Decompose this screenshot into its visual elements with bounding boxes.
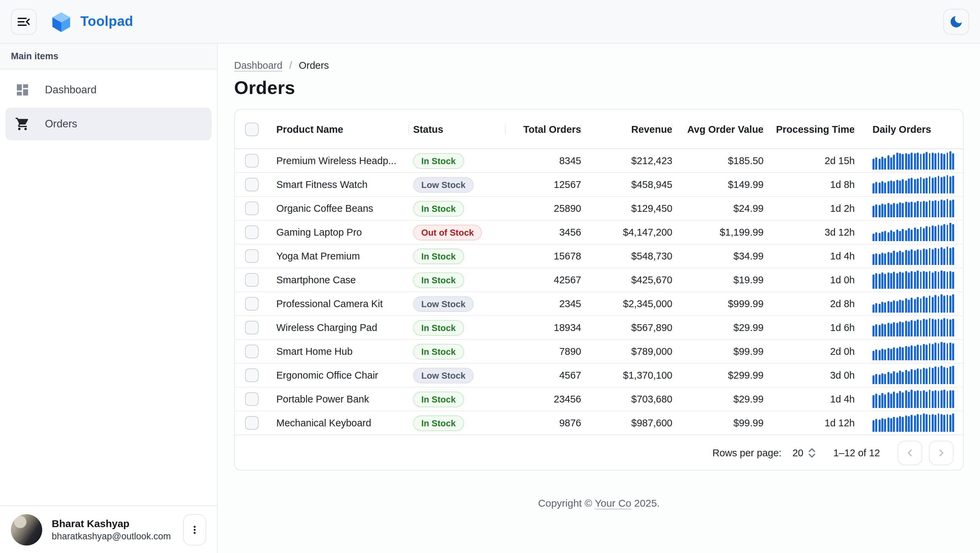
processing-time-cell: 1d 12h xyxy=(764,418,855,429)
status-badge: Low Stock xyxy=(413,367,474,383)
sidebar: Main items Dashboard Orders xyxy=(0,44,218,553)
user-menu-button[interactable] xyxy=(183,514,206,545)
previous-page-button[interactable] xyxy=(898,440,922,465)
row-checkbox[interactable] xyxy=(245,297,259,311)
column-header-product-name[interactable]: Product Name xyxy=(269,110,409,148)
revenue-cell: $1,370,100 xyxy=(581,370,672,381)
daily-orders-sparkline xyxy=(872,366,954,384)
daily-orders-sparkline xyxy=(872,270,954,289)
daily-orders-cell xyxy=(855,340,963,363)
main-content: Dashboard / Orders Orders Product Name S… xyxy=(218,44,980,553)
row-checkbox[interactable] xyxy=(245,321,259,335)
daily-orders-sparkline xyxy=(872,294,954,312)
company-link[interactable]: Your Co xyxy=(595,497,631,509)
status-badge: Low Stock xyxy=(413,296,474,312)
chevron-left-icon xyxy=(904,446,916,459)
row-checkbox-cell xyxy=(235,173,269,196)
row-checkbox[interactable] xyxy=(245,392,259,406)
table-row[interactable]: Gaming Laptop Pro Out of Stock 3456 $4,1… xyxy=(235,221,963,244)
page-title: Orders xyxy=(234,78,964,99)
status-badge: In Stock xyxy=(413,320,464,335)
total-orders-cell: 3456 xyxy=(506,227,581,238)
status-cell: Out of Stock xyxy=(409,225,506,240)
table-row[interactable]: Professional Camera Kit Low Stock 2345 $… xyxy=(235,292,963,316)
select-updown-icon xyxy=(809,448,816,457)
column-header-processing-time[interactable]: Processing Time xyxy=(764,110,855,148)
table-row[interactable]: Smart Fitness Watch Low Stock 12567 $458… xyxy=(235,173,963,197)
table-row[interactable]: Smart Home Hub In Stock 7890 $789,000 $9… xyxy=(235,340,963,364)
select-all-checkbox[interactable] xyxy=(245,122,259,136)
row-checkbox[interactable] xyxy=(245,273,259,287)
cart-icon xyxy=(15,116,30,131)
table-row[interactable]: Organic Coffee Beans In Stock 25890 $129… xyxy=(235,197,963,221)
row-checkbox[interactable] xyxy=(245,225,259,239)
row-checkbox-cell xyxy=(235,221,269,244)
column-header-daily-orders[interactable]: Daily Orders xyxy=(855,110,963,148)
total-orders-cell: 18934 xyxy=(506,322,581,333)
daily-orders-cell xyxy=(855,268,963,292)
sidebar-item-dashboard[interactable]: Dashboard xyxy=(5,73,212,106)
brand[interactable]: Toolpad xyxy=(50,11,133,32)
sidebar-item-label: Dashboard xyxy=(45,84,97,96)
breadcrumb-link-dashboard[interactable]: Dashboard xyxy=(234,60,282,71)
chevron-right-icon xyxy=(935,446,947,459)
status-badge: In Stock xyxy=(413,344,464,359)
row-checkbox[interactable] xyxy=(245,202,259,215)
sidebar-collapse-button[interactable] xyxy=(11,8,37,34)
row-checkbox[interactable] xyxy=(245,178,259,191)
row-checkbox[interactable] xyxy=(245,416,259,430)
processing-time-cell: 1d 4h xyxy=(764,394,855,405)
kebab-icon xyxy=(189,523,201,535)
daily-orders-sparkline xyxy=(872,223,954,241)
daily-orders-sparkline xyxy=(872,199,954,217)
product-name-cell: Wireless Charging Pad xyxy=(269,322,409,333)
avg-order-value-cell: $29.99 xyxy=(672,394,764,405)
user-avatar xyxy=(11,514,42,545)
total-orders-cell: 25890 xyxy=(506,203,581,214)
daily-orders-cell xyxy=(855,244,963,268)
user-account-section: Bharat Kashyap bharatkashyap@outlook.com xyxy=(0,505,217,553)
total-orders-cell: 9876 xyxy=(506,418,581,429)
table-row[interactable]: Yoga Mat Premium In Stock 15678 $548,730… xyxy=(235,244,963,268)
row-checkbox[interactable] xyxy=(245,249,259,263)
product-name-cell: Professional Camera Kit xyxy=(269,298,409,309)
table-header-row: Product Name Status Total Orders Revenue… xyxy=(235,110,963,149)
revenue-cell: $987,600 xyxy=(581,418,672,429)
row-checkbox[interactable] xyxy=(245,154,259,167)
avg-order-value-cell: $19.99 xyxy=(672,274,764,285)
app-title: Toolpad xyxy=(80,14,133,29)
revenue-cell: $458,945 xyxy=(581,179,672,190)
daily-orders-sparkline xyxy=(872,247,954,265)
table-row[interactable]: Mechanical Keyboard In Stock 9876 $987,6… xyxy=(235,411,963,435)
row-checkbox[interactable] xyxy=(245,344,259,358)
table-row[interactable]: Smartphone Case In Stock 42567 $425,670 … xyxy=(235,268,963,292)
status-cell: In Stock xyxy=(409,391,506,407)
row-checkbox[interactable] xyxy=(245,368,259,382)
avg-order-value-cell: $999.99 xyxy=(672,298,764,309)
next-page-button[interactable] xyxy=(929,440,953,465)
avg-order-value-cell: $29.99 xyxy=(672,322,764,333)
rows-per-page-value: 20 xyxy=(792,447,803,458)
processing-time-cell: 1d 2h xyxy=(764,203,855,214)
daily-orders-cell xyxy=(855,292,963,315)
avg-order-value-cell: $1,199.99 xyxy=(672,227,764,238)
column-header-avg-order-value[interactable]: Avg Order Value xyxy=(672,110,764,148)
column-header-total-orders[interactable]: Total Orders xyxy=(506,110,581,148)
daily-orders-cell xyxy=(855,173,963,196)
sidebar-item-orders[interactable]: Orders xyxy=(5,108,212,140)
table-header-checkbox-cell xyxy=(235,110,269,148)
column-header-status[interactable]: Status xyxy=(409,110,506,148)
total-orders-cell: 42567 xyxy=(506,274,581,285)
revenue-cell: $212,423 xyxy=(581,155,672,166)
table-row[interactable]: Ergonomic Office Chair Low Stock 4567 $1… xyxy=(235,364,963,387)
orders-table: Product Name Status Total Orders Revenue… xyxy=(234,109,964,470)
theme-toggle-button[interactable] xyxy=(943,8,969,34)
status-cell: In Stock xyxy=(409,344,506,359)
table-row[interactable]: Premium Wireless Headp... In Stock 8345 … xyxy=(235,149,963,173)
column-header-revenue[interactable]: Revenue xyxy=(581,110,672,148)
rows-per-page-select[interactable]: 20 xyxy=(792,447,816,458)
table-row[interactable]: Wireless Charging Pad In Stock 18934 $56… xyxy=(235,316,963,340)
table-row[interactable]: Portable Power Bank In Stock 23456 $703,… xyxy=(235,387,963,411)
daily-orders-sparkline xyxy=(872,151,954,170)
revenue-cell: $548,730 xyxy=(581,251,672,261)
